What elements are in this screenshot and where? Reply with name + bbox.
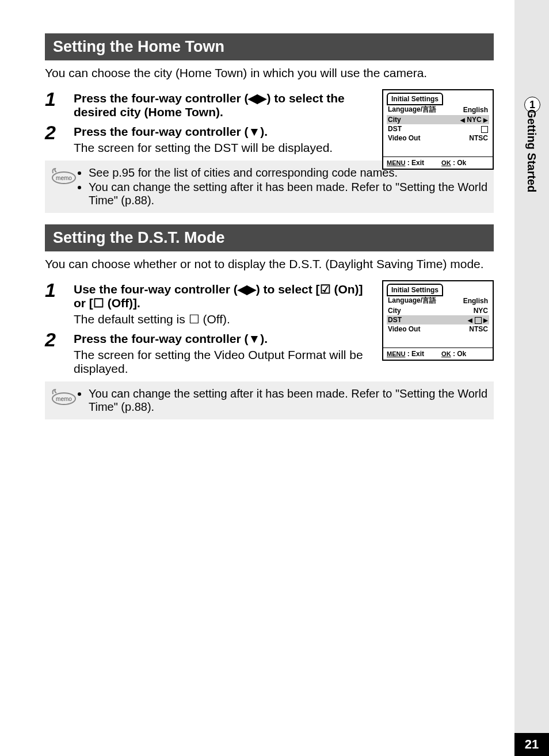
lcd-city-label: City xyxy=(387,115,451,124)
ok-button-label: OK xyxy=(441,159,451,166)
right-arrow-icon: ▶ xyxy=(483,117,488,123)
step-description: The screen for setting the Video Output … xyxy=(74,348,367,376)
intro-text: You can choose whether or not to display… xyxy=(45,257,494,271)
step-text: Press the four-way controller (▼). xyxy=(74,125,367,139)
lcd-city-label: City xyxy=(387,306,453,315)
lcd-video-label: Video Out xyxy=(387,133,451,143)
menu-button-label: MENU xyxy=(387,350,405,357)
section-title-dst: Setting the D.S.T. Mode xyxy=(45,224,494,251)
memo-item: You can change the setting after it has … xyxy=(89,387,488,414)
step-text: Press the four-way controller (▼). xyxy=(74,332,367,346)
lcd-city-value: ◀ NYC ▶ xyxy=(451,115,489,124)
lcd-settings-table: Language/言語English City◀ NYC ▶ DST Video… xyxy=(387,104,489,143)
left-arrow-icon: ◀ xyxy=(468,317,472,323)
ok-button-label: OK xyxy=(441,350,451,357)
step-description: The default setting is ☐ (Off). xyxy=(74,312,367,326)
content-area: Setting the Home Town You can choose the… xyxy=(45,33,494,431)
lcd-footer: MENU : Exit OK : Ok xyxy=(383,156,493,169)
intro-text: You can choose the city (Home Town) in w… xyxy=(45,66,494,80)
side-tab: 1 Getting Started 21 xyxy=(514,0,549,756)
lcd-screen-1: Initial Settings Language/言語English City… xyxy=(382,89,494,170)
lcd-settings-table: Language/言語English CityNYC DST◀ ▶ Video … xyxy=(387,295,489,334)
memo-icon: memo xyxy=(51,386,78,406)
lcd-language-value: English xyxy=(453,295,489,306)
lcd-dst-label: DST xyxy=(387,124,451,133)
lcd-city-value: NYC xyxy=(453,306,489,315)
step-description: The screen for setting the DST will be d… xyxy=(74,141,367,155)
section-title-home-town: Setting the Home Town xyxy=(45,33,494,60)
svg-text:memo: memo xyxy=(56,396,72,402)
step-text: Press the four-way controller (◀▶) to se… xyxy=(74,91,345,119)
lcd-footer: MENU : Exit OK : Ok xyxy=(383,348,493,360)
lcd-video-label: Video Out xyxy=(387,324,453,334)
lcd-screen-2: Initial Settings Language/言語English City… xyxy=(382,280,494,361)
step-number: 1 xyxy=(45,89,74,119)
lcd-tab: Initial Settings xyxy=(387,284,443,296)
page-number: 21 xyxy=(514,733,549,756)
lcd-language-value: English xyxy=(451,104,489,115)
step-number: 2 xyxy=(45,330,74,376)
memo-item: You can change the setting after it has … xyxy=(89,181,488,207)
lcd-language-label: Language/言語 xyxy=(387,295,453,306)
memo-block: memo You can change the setting after it… xyxy=(45,381,494,419)
step-text: Use the four-way controller (◀▶) to sele… xyxy=(74,282,367,310)
memo-icon: memo xyxy=(51,165,78,185)
lcd-video-value: NTSC xyxy=(451,133,489,143)
menu-button-label: MENU xyxy=(387,159,405,166)
checkbox-icon xyxy=(481,126,488,133)
right-arrow-icon: ▶ xyxy=(483,317,488,323)
lcd-language-label: Language/言語 xyxy=(387,104,451,115)
checkbox-icon xyxy=(475,317,482,324)
lcd-tab: Initial Settings xyxy=(387,93,443,105)
step-number: 2 xyxy=(45,123,74,155)
svg-text:memo: memo xyxy=(56,175,72,181)
lcd-video-value: NTSC xyxy=(453,324,489,334)
page: 1 Getting Started 21 Setting the Home To… xyxy=(0,0,549,756)
left-arrow-icon: ◀ xyxy=(460,117,465,123)
step-number: 1 xyxy=(45,280,74,326)
chapter-title: Getting Started xyxy=(525,109,538,192)
lcd-dst-label: DST xyxy=(387,315,453,324)
